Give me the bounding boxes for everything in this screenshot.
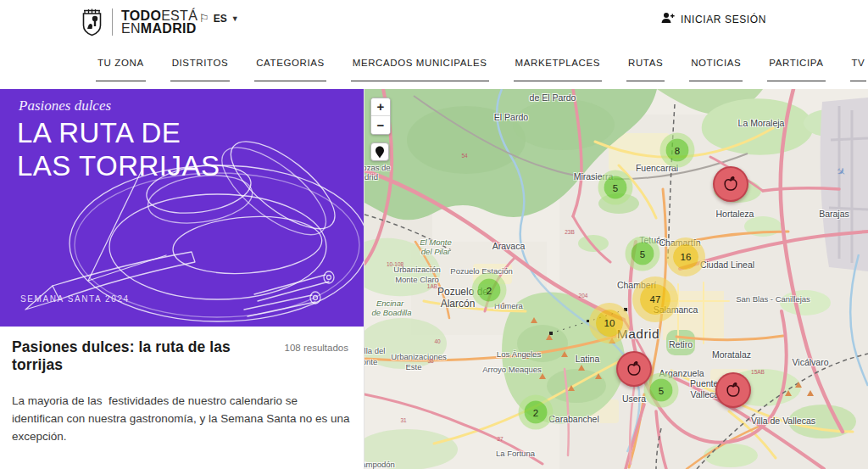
page: TODOESTÁ ENMADRID ⚐ ES ▼ INICIAR SESIÓN [0,0,868,469]
map-place-label: del Pilar [421,247,450,256]
map-place-label: Húmera [494,301,523,310]
map-place-label: Fuencarral [636,163,678,173]
site-logo[interactable]: TODOESTÁ ENMADRID [81,7,198,37]
cluster-marker[interactable]: 47 [640,284,670,315]
page-title: Pasiones dulces: la ruta de las torrijas [12,338,285,374]
nav-item-mercados-municipales[interactable]: MERCADOS MUNICIPALES [351,44,489,81]
madrid-crest-icon [81,7,103,37]
map-place-label: Barajas [819,209,849,219]
map-place-label: Ciudad Lineal [700,260,754,270]
map-place-label: drid [364,172,378,181]
map[interactable]: ✈ [364,89,868,469]
logo-madrid: MADRID [141,21,197,36]
apple-icon [625,360,643,378]
map-place-label: Urbanizaciones [391,352,446,361]
map-road-label: 40 [434,338,440,344]
map-road-label: 27 [497,436,503,442]
map-controls: + − [370,98,391,161]
map-place-label: Hortaleza [716,209,754,219]
map-road-label: 31 [400,417,406,423]
hero-title-line1: LA RUTA DE [17,117,181,148]
map-road-label: 15AB [751,369,765,375]
map-place-label: de Boadilla [371,308,411,317]
map-place-label: Aravaca [492,241,526,251]
hero-footnote: SEMANA SANTA 2024 [20,294,130,304]
map-place-label: Latina [576,354,600,364]
nav-item-rutas[interactable]: RUTAS [626,44,665,81]
map-place-label: Usera [622,394,646,404]
map-place-label: Carabanchel [548,414,599,424]
map-place-label: Arroyo Meaques [482,365,542,374]
cluster-marker[interactable]: 2 [478,279,501,302]
nav-item-tv[interactable]: TV [850,44,867,81]
apple-icon [724,381,743,399]
nav-item-categorias[interactable]: CATEGORIAS [254,44,326,81]
map-place-label: San Blas - Canillejas [736,294,810,304]
cluster-marker[interactable]: 5 [604,176,627,199]
paragraph-2: Llegado este tiempo se nos hace la boca … [12,465,352,469]
map-place-label: Encinar [376,299,403,308]
map-overlays: de El PardoEl PardoLa Moralejaozas dedri… [364,89,868,469]
cluster-marker[interactable]: 16 [673,244,698,270]
map-road-label: 204 [579,293,588,299]
map-place-label: ampodón [364,460,395,469]
map-road-label: 1AB [427,283,437,289]
user-plus-icon [661,12,675,26]
cluster-marker[interactable]: 10 [596,310,623,337]
nav-item-participa[interactable]: PARTICIPA [767,44,825,81]
map-road-label: 54 [461,153,467,159]
apple-poi-marker[interactable] [715,372,751,408]
map-place-label: Pozuelo Estación [450,266,512,276]
header-top: TODOESTÁ ENMADRID ⚐ ES ▼ INICIAR SESIÓN [0,0,868,44]
apple-icon [721,175,740,193]
zoom-out-button[interactable]: − [371,116,390,134]
hero-title-line2: LAS TORRIJAS [17,150,220,181]
map-road-label: 10-108 [387,261,403,267]
map-road-label: 38 [427,358,433,364]
zoom-in-button[interactable]: + [371,98,390,116]
logo-wordmark: TODOESTÁ ENMADRID [121,9,198,35]
apple-poi-marker[interactable] [616,351,652,387]
route-description: Pasiones dulces: la ruta de las torrijas… [0,327,364,469]
nav-item-marketplaces[interactable]: MARKETPLACES [514,44,603,81]
map-place-label: Los Ángeles [497,349,541,359]
map-place-label: Alarcón [441,298,476,310]
locate-pin-button[interactable] [370,142,389,161]
map-pin-icon [375,146,385,159]
map-place-label: Vicálvaro [793,357,829,367]
map-place-label: de El Pardo [530,92,576,103]
map-place-label: El Pardo [494,112,528,122]
cluster-marker[interactable]: 2 [525,401,548,424]
hero-banner: Pasiones dulces LA RUTA DE LAS TORRIJAS … [0,89,364,327]
map-place-label: Moratalaz [712,349,751,360]
map-place-label: Arganzuela [659,368,704,378]
nav-item-tu-zona[interactable]: TU ZONA [96,44,146,81]
language-selector[interactable]: ⚐ ES ▼ [199,12,239,25]
hero-title: LA RUTA DE LAS TORRIJAS [17,116,220,182]
apple-poi-marker[interactable] [713,166,748,202]
cluster-marker[interactable]: 8 [666,139,689,162]
map-place-label: onte [364,357,377,366]
login-button[interactable]: INICIAR SESIÓN [661,12,766,26]
cluster-marker[interactable]: 5 [650,379,673,402]
results-count: 108 resultados [285,343,352,353]
logo-en: EN [121,21,141,36]
nav-item-distritos[interactable]: DISTRITOS [170,44,231,81]
map-place-label: El Monte [420,237,452,247]
cluster-marker[interactable]: 5 [632,243,654,265]
main-nav: TU ZONA DISTRITOS CATEGORIAS MERCADOS MU… [0,44,868,81]
route-panel: Pasiones dulces LA RUTA DE LAS TORRIJAS … [0,89,364,469]
hero-eyebrow: Pasiones dulces [19,98,111,114]
language-code: ES [214,13,227,25]
map-place-label: La Fortuna [496,449,535,458]
map-place-label: Villa de Vallecas [751,416,815,426]
map-road-label: 23B [565,229,575,235]
map-place-label: La Moraleja [738,118,785,128]
login-label: INICIAR SESIÓN [681,14,766,25]
paragraph-1: La mayoria de las festividades de nuestr… [12,393,352,446]
header: TODOESTÁ ENMADRID ⚐ ES ▼ INICIAR SESIÓN [0,0,868,89]
map-place-label: Madrid [617,327,659,342]
nav-item-noticias[interactable]: NOTICIAS [689,44,743,81]
map-place-label: Retiro [669,339,693,349]
map-place-label: Este [405,362,421,371]
